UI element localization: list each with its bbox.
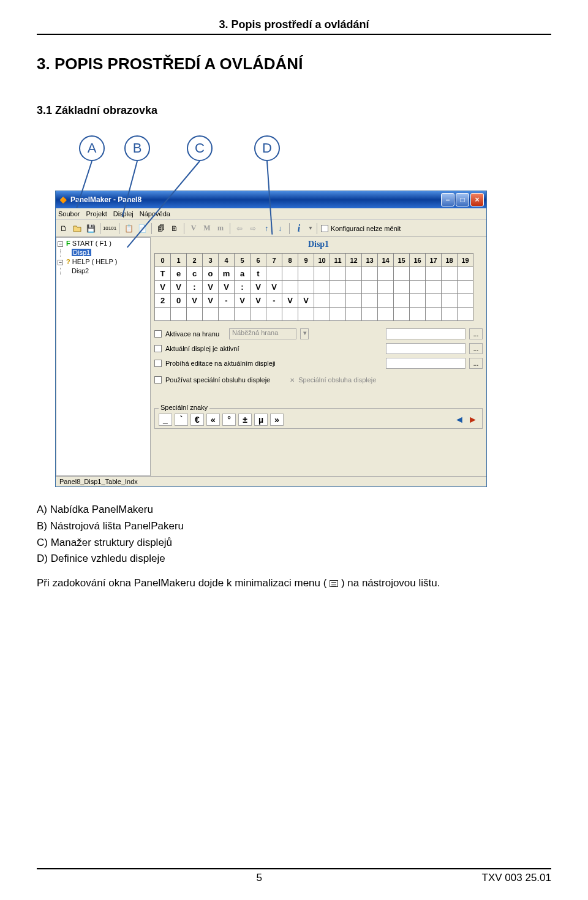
grid-cell[interactable] (314, 281, 330, 294)
save-icon[interactable]: 💾 (85, 223, 96, 234)
display-grid[interactable]: 012345678910111213141516171819 TecomatVV… (154, 253, 473, 321)
special-char[interactable]: ± (238, 414, 252, 426)
grid-cell[interactable] (298, 281, 314, 294)
copy-icon[interactable]: 📋 (123, 223, 134, 234)
grid-cell[interactable] (266, 267, 282, 281)
special-char[interactable]: « (206, 414, 220, 426)
field-2[interactable] (386, 343, 466, 354)
grid-cell[interactable] (442, 308, 458, 321)
grid-cell[interactable] (362, 308, 378, 321)
tree-node-disp2[interactable]: Disp2 (58, 267, 149, 276)
letter-m-upper-icon[interactable]: M (202, 223, 213, 234)
grid-cell[interactable] (426, 308, 442, 321)
grid-cell[interactable] (203, 308, 219, 321)
special-char[interactable]: _ (159, 414, 172, 426)
tree-node-help[interactable]: − ? HELP ( HELP ) (58, 257, 149, 267)
grid-cell[interactable] (282, 308, 298, 321)
grid-cell[interactable] (155, 308, 171, 321)
titlebar[interactable]: 🔶 PanelMaker - Panel8 – □ × (56, 191, 486, 208)
grid-cell[interactable] (442, 281, 458, 294)
config-lock-checkbox[interactable] (321, 225, 328, 232)
grid-cell[interactable]: - (219, 294, 235, 308)
browse-3-button[interactable]: ... (469, 358, 483, 369)
grid-cell[interactable] (171, 308, 187, 321)
letter-m-lower-icon[interactable]: m (215, 223, 226, 234)
grid-cell[interactable]: T (155, 267, 171, 281)
grid-cell[interactable] (442, 267, 458, 281)
grid-cell[interactable]: 0 (171, 294, 187, 308)
grid-cell[interactable] (298, 267, 314, 281)
tree-node-disp1[interactable]: Disp1 (58, 248, 149, 257)
sheet-icon[interactable]: 🗐 (156, 223, 167, 234)
grid-cell[interactable] (330, 294, 346, 308)
special-char[interactable]: ° (222, 414, 236, 426)
menu-projekt[interactable]: Projekt (86, 210, 107, 217)
grid-cell[interactable] (458, 281, 473, 294)
grid-cell[interactable]: V (251, 294, 266, 308)
edge-select[interactable]: Náběžná hrana (229, 328, 296, 339)
grid-cell[interactable]: - (266, 294, 282, 308)
arrow-left-icon[interactable]: ⇦ (234, 223, 245, 234)
grid-cell[interactable]: e (171, 267, 187, 281)
grid-cell[interactable]: V (187, 294, 203, 308)
grid-cell[interactable] (330, 308, 346, 321)
grid-cell[interactable] (362, 267, 378, 281)
close-button[interactable]: × (470, 193, 484, 206)
grid-cell[interactable]: V (251, 281, 266, 294)
chk-aktivace[interactable] (154, 330, 162, 338)
field-3[interactable] (386, 358, 466, 369)
special-char[interactable]: » (270, 414, 284, 426)
chk-special[interactable] (154, 376, 162, 384)
grid-cell[interactable] (410, 281, 426, 294)
grid-cell[interactable] (346, 308, 362, 321)
grid-cell[interactable]: : (187, 281, 203, 294)
open-icon[interactable] (72, 223, 83, 234)
grid-cell[interactable]: m (219, 267, 235, 281)
grid-cell[interactable] (251, 308, 266, 321)
grid-cell[interactable] (378, 281, 394, 294)
grid-cell[interactable] (410, 267, 426, 281)
grid-cell[interactable] (394, 281, 410, 294)
grid-cell[interactable]: o (203, 267, 219, 281)
browse-1-button[interactable]: ... (469, 328, 483, 339)
grid-cell[interactable] (394, 308, 410, 321)
grid-cell[interactable] (314, 308, 330, 321)
tree-node-start[interactable]: − F START ( F1 ) (58, 239, 149, 248)
binary-icon[interactable]: 10101 (104, 223, 115, 234)
grid-cell[interactable] (346, 267, 362, 281)
chk-editace[interactable] (154, 360, 162, 367)
grid-cell[interactable]: : (235, 281, 251, 294)
grid-cell[interactable] (266, 308, 282, 321)
grid-cell[interactable] (458, 267, 473, 281)
grid-cell[interactable] (298, 308, 314, 321)
grid-cell[interactable]: V (171, 281, 187, 294)
grid-cell[interactable] (378, 308, 394, 321)
grid-cell[interactable]: V (282, 294, 298, 308)
grid-cell[interactable] (362, 281, 378, 294)
grid-cell[interactable] (410, 308, 426, 321)
grid-cell[interactable]: t (251, 267, 266, 281)
maximize-button[interactable]: □ (456, 193, 469, 206)
grid-cell[interactable]: V (155, 281, 171, 294)
grid-cell[interactable]: V (219, 281, 235, 294)
grid-cell[interactable] (330, 267, 346, 281)
grid-cell[interactable] (458, 308, 473, 321)
letter-v-icon[interactable]: V (188, 223, 199, 234)
grid-cell[interactable]: V (235, 294, 251, 308)
scroll-right-icon[interactable]: ► (467, 414, 478, 425)
special-char[interactable]: ` (175, 414, 188, 426)
grid-cell[interactable] (362, 294, 378, 308)
arrow-right-icon[interactable]: ⇨ (247, 223, 258, 234)
grid-cell[interactable]: V (203, 281, 219, 294)
grid-cell[interactable] (410, 294, 426, 308)
browse-2-button[interactable]: ... (469, 343, 483, 354)
grid-cell[interactable]: V (266, 281, 282, 294)
grid-cell[interactable] (346, 281, 362, 294)
grid-cell[interactable] (282, 267, 298, 281)
special-char[interactable]: µ (254, 414, 268, 426)
grid-cell[interactable] (282, 281, 298, 294)
menu-soubor[interactable]: Soubor (58, 210, 80, 217)
grid-cell[interactable] (346, 294, 362, 308)
grid-cell[interactable]: a (235, 267, 251, 281)
arrow-down-small-icon[interactable]: ↓ (274, 223, 285, 234)
